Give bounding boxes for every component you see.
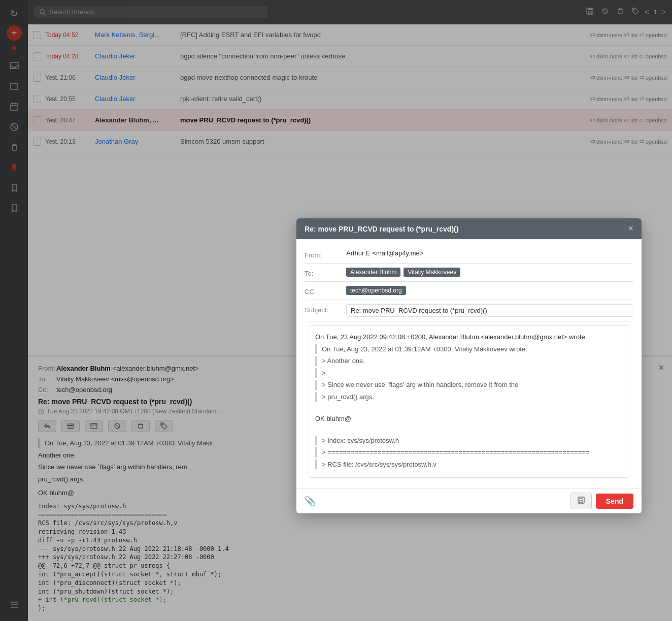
compose-cc-field: CC: tech@openbsd.org [305, 282, 633, 300]
compose-body-blank2 [315, 423, 623, 434]
compose-to-label: To: [305, 268, 340, 277]
compose-body-q2: > Another one. [315, 356, 623, 366]
modal-body: From: Arthur E <mail@ap4y.me> To: Alexan… [296, 239, 642, 488]
to-chip-2[interactable]: Vitaliy Makkoveev [404, 268, 460, 277]
compose-body-q1: On Tue, Aug 23, 2022 at 01:39:12AM +0300… [315, 344, 623, 354]
save-draft-button[interactable] [570, 493, 592, 509]
compose-modal-overlay[interactable]: Re: move PRU_RCVD request to (*pru_rcvd)… [0, 0, 672, 621]
compose-modal: Re: move PRU_RCVD request to (*pru_rcvd)… [296, 218, 642, 513]
compose-body-q5: > pru_rcvd() args. [315, 392, 623, 402]
svg-rect-32 [579, 497, 583, 499]
compose-body-q6: > Index: sys/sys/protosw.h [315, 436, 623, 446]
modal-header: Re: move PRU_RCVD request to (*pru_rcvd)… [296, 218, 642, 239]
compose-body-q7: > ======================================… [315, 447, 623, 457]
compose-body-ok: OK bluhm@ [315, 414, 623, 424]
compose-subject-input[interactable]: Re: move PRU_RCVD request to (*pru_rcvd)… [346, 304, 633, 317]
compose-subject-label: Subject: [305, 304, 340, 314]
attach-button[interactable]: 📎 [305, 496, 316, 507]
save-icon [577, 496, 585, 504]
modal-title: Re: move PRU_RCVD request to (*pru_rcvd)… [305, 225, 458, 233]
compose-from-label: From: [305, 249, 340, 259]
compose-from-field: From: Arthur E <mail@ap4y.me> [305, 245, 633, 264]
compose-cc-label: CC: [305, 286, 340, 296]
compose-body-blank [315, 404, 623, 414]
compose-subject-field: Subject: Re: move PRU_RCVD request to (*… [305, 300, 633, 321]
compose-body-q4: > Since we never use `flags' arg within … [315, 380, 623, 390]
modal-footer: 📎 Send [296, 488, 642, 513]
compose-to-field: To: Alexander Bluhm Vitaliy Makkoveev [305, 264, 633, 282]
compose-to-chips: Alexander Bluhm Vitaliy Makkoveev [346, 268, 460, 277]
compose-body-q8: > RCS file: /cvs/src/sys/sys/protosw.h,v [315, 460, 623, 470]
modal-close-button[interactable]: × [628, 223, 633, 234]
send-button[interactable]: Send [596, 494, 633, 509]
compose-body-intro: On Tue, 23 Aug 2022 09:42:08 +0200, Alex… [315, 332, 623, 342]
compose-body-q3: > [315, 368, 623, 378]
to-chip-1[interactable]: Alexander Bluhm [346, 268, 400, 277]
compose-body-area[interactable]: On Tue, 23 Aug 2022 09:42:08 +0200, Alex… [309, 325, 629, 478]
compose-from-value: Arthur E <mail@ap4y.me> [346, 249, 633, 257]
cc-chip-1[interactable]: tech@openbsd.org [346, 286, 406, 295]
svg-rect-33 [580, 500, 583, 503]
compose-cc-chips: tech@openbsd.org [346, 286, 406, 295]
